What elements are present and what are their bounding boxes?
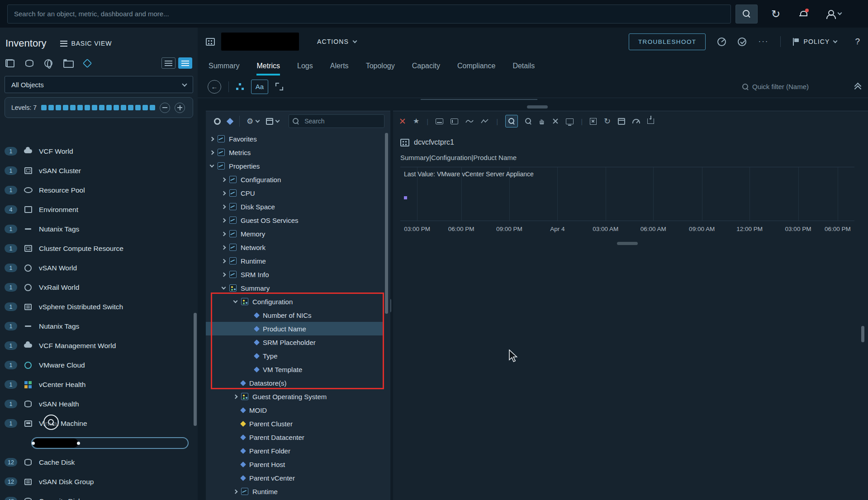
exclude-metrics-button[interactable] — [590, 118, 597, 125]
tree-node-summary-configuration[interactable]: Configuration — [206, 295, 383, 308]
zoom-in-button[interactable] — [525, 118, 531, 124]
tree-node-properties[interactable]: Properties — [206, 159, 383, 173]
refresh-icon[interactable]: ↻ — [771, 9, 780, 19]
inventory-item-vmware-cloud[interactable]: 1VMware Cloud — [0, 355, 192, 375]
tree-node-moid[interactable]: MOID — [206, 403, 383, 417]
data-point[interactable] — [404, 196, 407, 199]
chevron-right-icon[interactable] — [210, 150, 214, 155]
chart-plot-area[interactable]: Last Value: VMware vCenter Server Applia… — [400, 167, 854, 221]
inventory-item-vcenter-health[interactable]: 1vCenter Health — [0, 375, 192, 394]
tree-node-metrics[interactable]: Metrics — [206, 146, 383, 159]
tree-node-datastores[interactable]: Datastore(s) — [206, 376, 383, 390]
chevron-down-icon[interactable] — [222, 285, 226, 290]
chart-hscroll-thumb[interactable] — [617, 242, 638, 245]
hierarchy-icon[interactable] — [236, 83, 244, 90]
inventory-item-vcf-mgmt-world[interactable]: 1VCF Management World — [0, 336, 192, 355]
tree-node-cpu[interactable]: CPU — [206, 186, 383, 200]
gauge-icon[interactable] — [717, 38, 726, 46]
tab-details[interactable]: Details — [512, 62, 535, 75]
chart-thumbnails-icon[interactable] — [436, 118, 443, 124]
inventory-item-vcf-world[interactable]: 1VCF World — [0, 142, 192, 161]
chevron-right-icon[interactable] — [222, 204, 226, 209]
folder-icon[interactable] — [63, 59, 72, 67]
tree-node-parent-cluster[interactable]: Parent Cluster — [206, 417, 383, 430]
chart-scrollbar[interactable] — [861, 326, 864, 342]
policy-menu[interactable]: POLICY — [792, 38, 837, 46]
tree-node-runtime-2[interactable]: Runtime — [206, 485, 383, 498]
troubleshoot-button[interactable]: TROUBLESHOOT — [629, 33, 706, 50]
tree-node-memory[interactable]: Memory — [206, 227, 383, 241]
user-menu[interactable] — [826, 10, 841, 18]
tree-node-product-name[interactable]: Product Name — [206, 322, 383, 335]
levels-squares[interactable] — [41, 105, 155, 110]
chevron-right-icon[interactable] — [222, 177, 226, 182]
tab-compliance[interactable]: Compliance — [457, 62, 495, 75]
network-hierarchy-icon[interactable] — [83, 58, 92, 67]
tree-node-parent-host[interactable]: Parent Host — [206, 458, 383, 471]
chevron-right-icon[interactable] — [222, 231, 226, 236]
date-range-button[interactable] — [618, 118, 625, 125]
inventory-item-nutanix-tags[interactable]: 1Nutanix Tags — [0, 219, 192, 239]
metric-search-input[interactable] — [289, 114, 384, 128]
favorite-charts-icon[interactable]: ★ — [413, 118, 419, 125]
chevron-right-icon[interactable] — [222, 245, 226, 250]
collapse-panel-icon[interactable] — [854, 84, 861, 90]
pan-button[interactable] — [539, 118, 545, 125]
tree-node-srm-info[interactable]: SRM Info — [206, 268, 383, 281]
globe-icon[interactable] — [44, 59, 52, 67]
chevron-right-icon[interactable] — [222, 272, 226, 277]
chevron-right-icon[interactable] — [222, 191, 226, 195]
full-screen-button[interactable] — [566, 118, 574, 124]
inventory-item-vsan-cluster[interactable]: 1vSAN Cluster — [0, 161, 192, 180]
chart-list-view-icon[interactable] — [451, 118, 458, 124]
inventory-item-vsan-world[interactable]: 1vSAN World — [0, 258, 192, 278]
refresh-chart-button[interactable]: ↻ — [604, 117, 611, 125]
tree-node-srm-placeholder[interactable]: SRM Placeholder — [206, 335, 383, 349]
datastores-icon[interactable] — [25, 60, 33, 67]
objects-icon[interactable] — [5, 59, 14, 67]
dashboard-time-button[interactable] — [632, 119, 640, 123]
quick-filter-input[interactable] — [752, 83, 838, 90]
tree-node-guest-os-services[interactable]: Guest OS Services — [206, 213, 383, 227]
global-search-input[interactable] — [7, 5, 731, 24]
inventory-item-vsan-health[interactable]: 1vSAN Health — [0, 394, 192, 414]
tab-cap[interactable]: Capacity — [412, 62, 440, 75]
object-type-dropdown[interactable]: All Objects — [5, 76, 193, 93]
levels-decrease-button[interactable] — [160, 103, 170, 113]
inventory-item-capacity-disk[interactable]: 48Capacity Disk — [0, 491, 192, 500]
inventory-item-nutanix-tags-2[interactable]: 1Nutanix Tags — [0, 316, 192, 336]
tree-node-parent-folder[interactable]: Parent Folder — [206, 444, 383, 458]
split-charts-icon[interactable] — [399, 118, 406, 124]
chevron-right-icon[interactable] — [210, 137, 214, 141]
tab-topology[interactable]: Topology — [366, 62, 395, 75]
flat-list-view-button[interactable] — [178, 57, 192, 69]
tree-node-type[interactable]: Type — [206, 349, 383, 363]
chevron-down-icon[interactable] — [210, 163, 214, 168]
slider-knob[interactable] — [32, 442, 35, 445]
back-button[interactable]: ← — [208, 80, 221, 94]
tree-node-smbios-uuid[interactable]: SMBIOS UUID — [206, 498, 383, 500]
zoom-all-button[interactable] — [552, 118, 559, 124]
search-button[interactable] — [735, 5, 758, 24]
inventory-item-virtual-machine[interactable]: 1Virtual Machine — [0, 414, 192, 433]
settings-dropdown[interactable]: ⚙ — [247, 118, 259, 125]
tree-node-number-of-nics[interactable]: Number of NICs — [206, 308, 383, 322]
property-picker-icon[interactable] — [227, 118, 234, 125]
metric-picker-icon[interactable] — [214, 118, 221, 125]
tree-node-guest-operating-system[interactable]: Guest Operating System — [206, 390, 383, 403]
inventory-item-environment[interactable]: 4Environment — [0, 200, 192, 219]
tree-node-parent-datacenter[interactable]: Parent Datacenter — [206, 430, 383, 444]
redacted-slider[interactable] — [31, 437, 189, 449]
metric-tree-scrollbar[interactable] — [385, 133, 388, 314]
tree-node-disk-space[interactable]: Disk Space — [206, 200, 383, 213]
tree-node-favorites[interactable]: Favorites — [206, 132, 383, 146]
zoom-selection-button[interactable] — [505, 115, 518, 127]
tree-node-parent-vcenter[interactable]: Parent vCenter — [206, 471, 383, 485]
expand-icon[interactable] — [275, 83, 283, 90]
slider-knob[interactable] — [77, 442, 80, 445]
inventory-scrollbar[interactable] — [194, 313, 197, 426]
check-circle-icon[interactable] — [738, 38, 746, 46]
text-size-button[interactable]: Aa — [251, 80, 268, 94]
chevron-right-icon[interactable] — [222, 218, 226, 222]
sparkline-icon[interactable] — [465, 118, 474, 124]
